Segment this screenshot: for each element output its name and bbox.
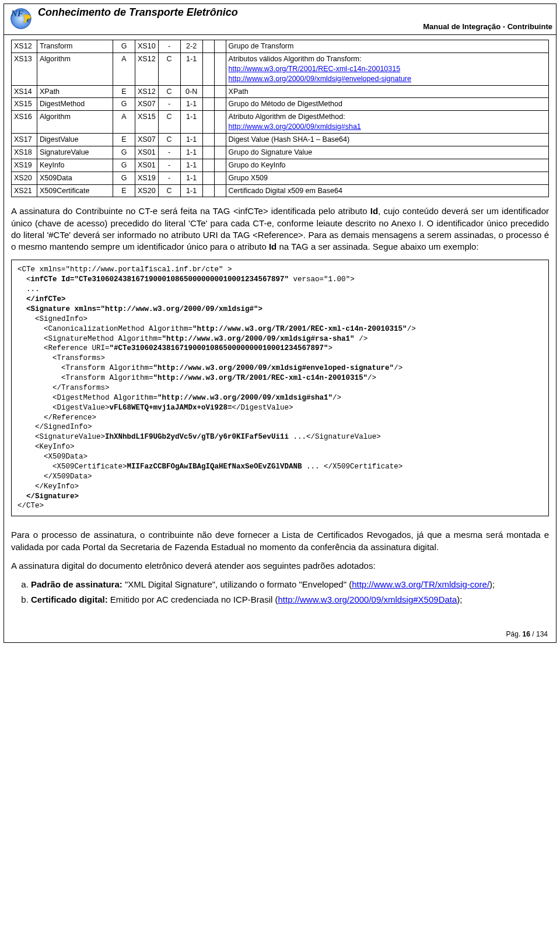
table-cell: 1-1: [180, 111, 202, 134]
table-cell: SignatureValue: [37, 146, 113, 159]
table-cell: 1-1: [180, 53, 202, 85]
table-cell: E: [113, 134, 135, 146]
table-cell: 2-2: [180, 40, 202, 53]
table-row: XS14XPathEXS12C0-NXPath: [12, 85, 549, 98]
table-cell: [214, 85, 226, 98]
table-cell: 1-1: [180, 134, 202, 146]
table-cell-description: Grupo do KeyInfo: [226, 159, 548, 172]
table-cell: [202, 40, 214, 53]
table-row: XS15DigestMethodGXS07-1-1Grupo do Método…: [12, 98, 549, 111]
table-cell: 1-1: [180, 146, 202, 159]
table-cell-description: Certificado Digital x509 em Base64: [226, 184, 548, 197]
table-cell: Algorithm: [37, 53, 113, 85]
paragraph-signature-tag: A assinatura do Contribuinte no CT-e ser…: [11, 205, 549, 253]
page-footer: Pág. 16 / 134: [4, 627, 556, 642]
table-cell: [214, 146, 226, 159]
link-xmldsig-core[interactable]: http://www.w3.org/TR/xmldsig-core/: [352, 579, 489, 589]
standards-list: Padrão de assinatura: "XML Digital Signa…: [31, 579, 549, 606]
table-row: XS13AlgorithmAXS12C1-1Atributos válidos …: [12, 53, 549, 85]
table-cell: XS12: [12, 40, 37, 53]
table-cell: G: [113, 146, 135, 159]
table-cell: [202, 53, 214, 85]
table-cell-description: Atributos válidos Algorithm do Transform…: [226, 53, 548, 85]
table-cell: [202, 184, 214, 197]
table-cell: XS20: [135, 184, 159, 197]
nfe-logo-icon: NF e: [6, 5, 33, 32]
paragraph-standards-intro: A assinatura digital do documento eletrô…: [11, 560, 549, 572]
table-cell: [214, 184, 226, 197]
link-x509data[interactable]: http://www.w3.org/2000/09/xmldsig#X509Da…: [278, 594, 457, 604]
algorithm-url-link[interactable]: http://www.w3.org/TR/2001/REC-xml-c14n-2…: [229, 65, 401, 73]
table-cell: [202, 134, 214, 146]
algorithm-url-link[interactable]: http://www.w3.org/2000/09/xmldsig#envelo…: [229, 75, 411, 83]
table-cell: [214, 40, 226, 53]
table-cell: X509Data: [37, 172, 113, 184]
table-cell: C: [158, 134, 180, 146]
standards-item-cert: Certificado digital: Emitido por AC cred…: [31, 594, 549, 606]
table-cell: XPath: [37, 85, 113, 98]
table-row: XS20X509DataGXS19-1-1Grupo X509: [12, 172, 549, 184]
table-cell: G: [113, 40, 135, 53]
table-cell-description: Grupo X509: [226, 172, 548, 184]
table-cell: G: [113, 172, 135, 184]
table-cell: XS16: [12, 111, 37, 134]
spec-table: XS12TransformGXS10-2-2Grupo de Transform…: [11, 40, 549, 197]
table-cell: [214, 172, 226, 184]
table-cell: DigestMethod: [37, 98, 113, 111]
table-cell: XS07: [135, 98, 159, 111]
table-cell: A: [113, 111, 135, 134]
table-row: XS19KeyInfoGXS01-1-1Grupo do KeyInfo: [12, 159, 549, 172]
table-cell: G: [113, 159, 135, 172]
table-cell: -: [158, 98, 180, 111]
table-cell: Algorithm: [37, 111, 113, 134]
table-cell: XS15: [12, 98, 37, 111]
table-cell: [202, 111, 214, 134]
table-cell: XS14: [12, 85, 37, 98]
table-cell: 1-1: [180, 98, 202, 111]
table-cell: [214, 111, 226, 134]
table-cell-description: Grupo do Signature Value: [226, 146, 548, 159]
table-cell: Transform: [37, 40, 113, 53]
page-header: NF e Conhecimento de Transporte Eletrôni…: [4, 4, 556, 35]
table-cell: [202, 98, 214, 111]
table-cell: XS13: [12, 53, 37, 85]
algorithm-url-link[interactable]: http://www.w3.org/2000/09/xmldsig#sha1: [229, 123, 361, 131]
table-cell: [202, 172, 214, 184]
table-cell-description: Digest Value (Hash SHA-1 – Base64): [226, 134, 548, 146]
table-cell: XS18: [12, 146, 37, 159]
table-cell: XS10: [135, 40, 159, 53]
table-cell: XS12: [135, 53, 159, 85]
table-cell: 0-N: [180, 85, 202, 98]
table-cell: E: [113, 184, 135, 197]
table-cell: [214, 53, 226, 85]
table-cell: -: [158, 40, 180, 53]
table-cell: 1-1: [180, 184, 202, 197]
table-cell: A: [113, 53, 135, 85]
table-cell: XS07: [135, 134, 159, 146]
table-row: XS16AlgorithmAXS15C1-1Atributo Algorithm…: [12, 111, 549, 134]
table-cell: C: [158, 85, 180, 98]
table-row: XS21X509CertificateEXS20C1-1Certificado …: [12, 184, 549, 197]
table-cell: -: [158, 172, 180, 184]
standards-item-signature: Padrão de assinatura: "XML Digital Signa…: [31, 579, 549, 590]
table-cell-description: Grupo do Método de DigestMethod: [226, 98, 548, 111]
table-cell: [214, 134, 226, 146]
table-cell: 1-1: [180, 172, 202, 184]
table-cell-description: Grupo de Transform: [226, 40, 548, 53]
table-cell: C: [158, 111, 180, 134]
table-cell: 1-1: [180, 159, 202, 172]
table-cell: [202, 159, 214, 172]
table-cell: XS01: [135, 159, 159, 172]
table-row: XS12TransformGXS10-2-2Grupo de Transform: [12, 40, 549, 53]
table-cell-description: XPath: [226, 85, 548, 98]
table-cell: XS21: [12, 184, 37, 197]
xml-example-code: <CTe xmlns="http://www.portalfiscal.inf.…: [11, 260, 549, 516]
table-cell: E: [113, 85, 135, 98]
table-cell: XS20: [12, 172, 37, 184]
svg-text:e: e: [27, 16, 30, 24]
table-cell: [214, 159, 226, 172]
table-cell: XS01: [135, 146, 159, 159]
table-cell: [202, 85, 214, 98]
table-cell: G: [113, 98, 135, 111]
table-cell: XS17: [12, 134, 37, 146]
